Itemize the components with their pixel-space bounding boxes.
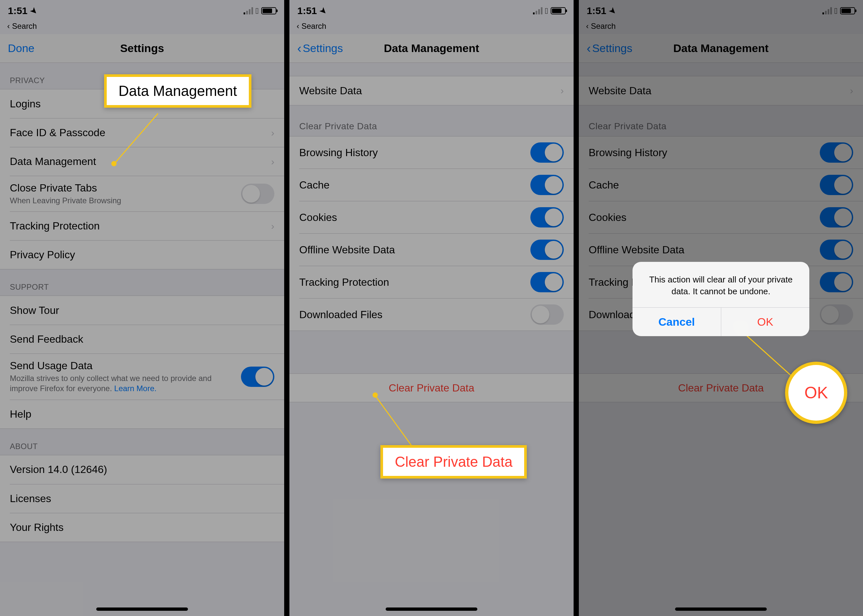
row-faceid[interactable]: Face ID & Passcode› <box>10 118 284 147</box>
done-button[interactable]: Done <box>8 42 35 55</box>
row-your-rights[interactable]: Your Rights <box>10 513 284 542</box>
cellular-icon <box>533 7 542 14</box>
row-website-data[interactable]: Website Data› <box>289 76 574 105</box>
row-browsing-history[interactable]: Browsing History <box>289 137 574 168</box>
page-title: Data Management <box>384 42 479 55</box>
learn-more-link[interactable]: Learn More. <box>114 384 157 393</box>
toggle-send-usage[interactable] <box>241 366 274 387</box>
row-send-usage-data[interactable]: Send Usage DataMozilla strives to only c… <box>10 354 284 399</box>
row-close-private-tabs[interactable]: Close Private TabsWhen Leaving Private B… <box>10 176 284 211</box>
toggle-offline-data[interactable] <box>530 240 564 260</box>
callout-data-management: Data Management <box>104 74 252 108</box>
alert-ok-button[interactable]: OK <box>721 308 810 336</box>
nav-bar: Done Settings <box>0 34 284 63</box>
row-cookies[interactable]: Cookies <box>299 201 574 233</box>
alert-backdrop: This action will clear all of your priva… <box>579 0 863 616</box>
section-clear-private-data: Clear Private Data <box>289 105 574 136</box>
toggle-browsing-history[interactable] <box>530 142 564 163</box>
chevron-right-icon: › <box>561 85 564 96</box>
row-data-management[interactable]: Data Management› <box>10 147 284 176</box>
page-title: Settings <box>120 42 164 55</box>
callout-clear-private-data: Clear Private Data <box>380 445 527 479</box>
row-version: Version 14.0 (12646) <box>0 455 284 484</box>
row-licenses[interactable]: Licenses <box>10 484 284 513</box>
data-management-screen: 1:51➤ 􀙇 ‹ Search ‹Settings Data Manageme… <box>289 0 574 616</box>
home-indicator <box>96 608 188 611</box>
nav-bar: ‹Settings Data Management <box>289 34 574 63</box>
chevron-right-icon: › <box>271 221 274 232</box>
toggle-cache[interactable] <box>530 175 564 195</box>
row-downloaded-files[interactable]: Downloaded Files <box>299 298 574 331</box>
home-indicator <box>386 608 477 611</box>
row-tracking-protection[interactable]: Tracking Protection <box>299 266 574 298</box>
toggle-close-private-tabs[interactable] <box>241 184 274 204</box>
battery-icon <box>261 7 276 14</box>
section-about: ABOUT <box>0 429 284 455</box>
chevron-right-icon: › <box>271 156 274 167</box>
wifi-icon: 􀙇 <box>545 6 549 16</box>
chevron-left-icon: ‹ <box>297 42 302 55</box>
status-bar: 1:51➤ 􀙇 <box>0 0 284 22</box>
status-bar: 1:51➤ 􀙇 <box>289 0 574 22</box>
breadcrumb-back[interactable]: ‹ Search <box>289 22 574 34</box>
back-button[interactable]: ‹Settings <box>297 42 343 55</box>
callout-ok: OK <box>785 362 847 424</box>
chevron-right-icon: › <box>271 127 274 138</box>
toggle-downloaded-files[interactable] <box>530 305 564 325</box>
row-show-tour[interactable]: Show Tour <box>0 296 284 325</box>
alert-cancel-button[interactable]: Cancel <box>632 308 721 336</box>
row-tracking-protection[interactable]: Tracking Protection› <box>10 211 284 240</box>
alert-message: This action will clear all of your priva… <box>632 262 809 307</box>
row-privacy-policy[interactable]: Privacy Policy <box>10 240 284 269</box>
cellular-icon <box>244 7 253 14</box>
location-icon: ➤ <box>28 5 39 16</box>
row-send-feedback[interactable]: Send Feedback <box>10 325 284 354</box>
toggle-tracking-protection[interactable] <box>530 272 564 292</box>
battery-icon <box>551 7 566 14</box>
breadcrumb-back[interactable]: ‹ Search <box>0 22 284 34</box>
clear-private-data-button[interactable]: Clear Private Data <box>289 374 574 402</box>
row-offline-website-data[interactable]: Offline Website Data <box>299 233 574 266</box>
wifi-icon: 􀙇 <box>256 6 259 16</box>
confirm-alert: This action will clear all of your priva… <box>632 262 809 336</box>
location-icon: ➤ <box>318 5 329 16</box>
section-support: SUPPORT <box>0 269 284 295</box>
row-help[interactable]: Help <box>10 400 284 429</box>
row-cache[interactable]: Cache <box>299 168 574 201</box>
toggle-cookies[interactable] <box>530 207 564 228</box>
